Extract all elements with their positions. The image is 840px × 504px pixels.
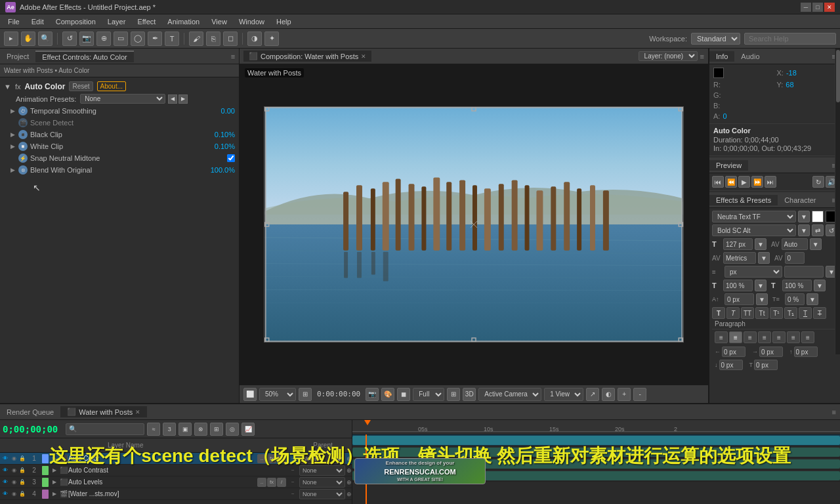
exposure-down-btn[interactable]: - [633, 388, 646, 401]
timeline-panel-menu[interactable]: ≡ [828, 408, 840, 416]
layer-4-link[interactable]: ~ [289, 490, 297, 498]
composition-tab[interactable]: ⬛ Composition: Water with Posts ✕ [243, 51, 371, 62]
snapshot-btn[interactable]: 📷 [366, 388, 379, 401]
temporal-value[interactable]: 0.00 [196, 107, 235, 115]
height-down[interactable]: ▼ [814, 280, 826, 291]
output-to-viewer-btn[interactable]: ↗ [586, 388, 599, 401]
layer-2-solo[interactable]: ◉ [10, 467, 18, 474]
layer-4-lock[interactable]: 🔒 [18, 490, 26, 498]
comp-marker-btn[interactable]: ◎ [226, 423, 239, 436]
composition-view[interactable]: Water with Posts [240, 64, 708, 385]
font-style-select[interactable]: Bold SC Alt [712, 224, 796, 236]
menu-file[interactable]: File [3, 16, 25, 27]
menu-effect[interactable]: Effect [132, 16, 161, 27]
baseline-shift[interactable] [724, 293, 754, 305]
view-select[interactable]: Active Camera [478, 388, 541, 401]
layer-4-visibility[interactable]: 👁 [1, 490, 9, 498]
left-panel-menu[interactable]: ≡ [227, 51, 239, 62]
project-tab[interactable]: Project [0, 51, 35, 62]
layer-1-parent-pick[interactable]: ⊕ [346, 455, 352, 462]
layer-select[interactable]: Layer: (none) [639, 51, 698, 61]
layer-3-link[interactable]: ~ [289, 478, 297, 486]
transparency-grid-btn[interactable]: ⊞ [447, 388, 460, 401]
hand-tool[interactable]: ✋ [21, 32, 35, 46]
kerning-input[interactable] [723, 252, 756, 264]
justify-last-center-btn[interactable]: ≡ [772, 331, 786, 343]
view-count-select[interactable]: 1 View [544, 388, 583, 401]
effects-presets-tab[interactable]: Effects & Presets [709, 195, 778, 205]
italic-btn[interactable]: T [726, 307, 740, 319]
resolution-btn[interactable]: ◼ [397, 388, 410, 401]
paint-tool[interactable]: 🖌 [189, 32, 203, 46]
layer-switches-btn[interactable]: ⊗ [194, 423, 207, 436]
step-forward-btn[interactable]: ⏩ [751, 176, 763, 188]
reset-exposure-btn[interactable]: ◐ [602, 388, 615, 401]
pen-tool[interactable]: ✒ [148, 32, 162, 46]
layer-1-solo[interactable]: ◉ [10, 455, 18, 463]
pan-tool[interactable]: ⊕ [96, 32, 111, 46]
align-right-btn[interactable]: ≡ [744, 331, 757, 343]
leading-select[interactable]: px [724, 266, 782, 278]
layer-3-lock[interactable]: 🔒 [18, 478, 26, 486]
blend-value[interactable]: 100.0% [196, 166, 235, 174]
layer-3-quality[interactable]: / [277, 478, 286, 487]
tsub-input[interactable] [785, 293, 805, 305]
comp-tab-close[interactable]: ✕ [361, 53, 366, 60]
strike-btn[interactable]: T [813, 307, 826, 319]
layer-1-fx-icon[interactable]: fx [267, 454, 276, 463]
layer-1-visibility[interactable]: 👁 [1, 455, 9, 463]
layer-2-parent-pick[interactable]: ⊕ [346, 467, 352, 474]
character-tab[interactable]: Character [778, 195, 822, 205]
layer-1-parent[interactable]: None [299, 453, 345, 464]
kerning-down[interactable]: ▼ [758, 252, 770, 264]
region-of-interest-btn[interactable]: ⬜ [243, 388, 257, 401]
left-panel-scrollbar[interactable] [835, 49, 840, 354]
underline-btn[interactable]: T [799, 307, 812, 319]
loop-btn[interactable]: ↻ [812, 176, 824, 188]
puppet-tool[interactable]: ✦ [264, 32, 279, 46]
layer-3-fx-icon[interactable]: fx [267, 478, 276, 487]
track-4[interactable] [352, 470, 840, 482]
fill-color-box[interactable] [812, 211, 824, 222]
layer-1-lock[interactable]: 🔒 [18, 455, 26, 463]
go-to-end-btn[interactable]: ⏭ [765, 176, 776, 188]
menu-composition[interactable]: Composition [51, 16, 101, 27]
layer-2-parent[interactable]: None [299, 465, 345, 476]
track-3[interactable] [352, 458, 840, 470]
zoom-tool[interactable]: 🔍 [38, 32, 52, 46]
3d-renderer-btn[interactable]: 3D [463, 388, 476, 401]
menu-edit[interactable]: Edit [26, 16, 49, 27]
menu-view[interactable]: View [206, 16, 232, 27]
layer-row[interactable]: 👁 ◉ 🔒 1 ▶ ⬛ Auto Color .. fx / ~ None [0, 453, 352, 465]
layer-3-expand[interactable]: ▶ [50, 478, 59, 487]
white-value[interactable]: 0.10% [196, 142, 235, 150]
zoom-select[interactable]: 50% 100% [259, 388, 296, 401]
layer-3-visibility[interactable]: 👁 [1, 478, 9, 486]
close-button[interactable]: ✕ [824, 3, 835, 12]
indent-right-input[interactable] [759, 346, 783, 357]
prev-preset-btn[interactable]: ◀ [168, 94, 177, 104]
smallcaps-btn[interactable]: Tt [755, 307, 768, 319]
playhead[interactable] [366, 434, 367, 504]
render-queue-tab[interactable]: Render Queue [0, 407, 60, 417]
exposure-up-btn[interactable]: + [618, 388, 631, 401]
color-swatch[interactable] [713, 68, 724, 78]
audio-tab[interactable]: Audio [734, 51, 766, 62]
black-value[interactable]: 0.10% [196, 131, 235, 138]
layer-4-parent[interactable]: None [299, 489, 345, 499]
flow-diagram-btn[interactable]: ⊞ [210, 423, 223, 436]
align-center-btn[interactable]: ≡ [729, 331, 742, 343]
preview-tab[interactable]: Preview [709, 160, 748, 171]
track-2[interactable] [352, 446, 840, 458]
water-posts-close[interactable]: ✕ [135, 409, 140, 415]
graph-editor-btn[interactable]: 📈 [242, 423, 255, 436]
water-posts-tab[interactable]: ⬛ Water with Posts ✕ [60, 406, 147, 417]
clone-tool[interactable]: ⎘ [206, 32, 220, 46]
camera-tool[interactable]: 📷 [79, 32, 94, 46]
layer-row[interactable]: 👁 ◉ 🔒 3 ▶ ⬛ Auto Levels .. fx / ~ None [0, 476, 352, 488]
minimize-button[interactable]: ─ [801, 3, 811, 12]
align-left-btn[interactable]: ≡ [715, 331, 728, 343]
layer-2-expand[interactable]: ▶ [50, 466, 59, 475]
search-help-input[interactable] [744, 33, 836, 45]
indent-bottom-input[interactable] [719, 360, 743, 370]
